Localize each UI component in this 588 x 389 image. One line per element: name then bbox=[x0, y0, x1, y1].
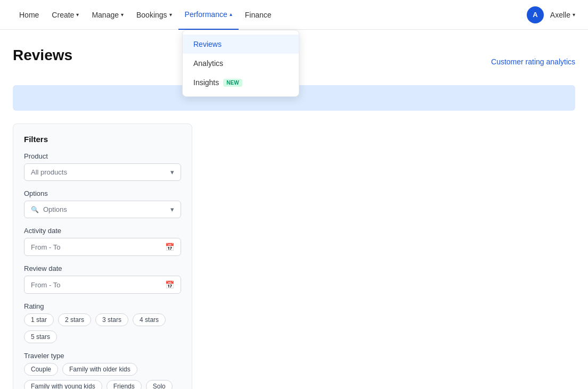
traveler-pills: CoupleFamily with older kidsFamily with … bbox=[24, 363, 181, 389]
rating-pill[interactable]: 1 star bbox=[24, 313, 54, 326]
filters-panel: Filters Product All products ▾ Options 🔍… bbox=[13, 123, 192, 389]
review-date-label: Review date bbox=[24, 264, 181, 272]
navbar: Home Create ▾ Manage ▾ Bookings ▾ Perfor… bbox=[0, 0, 588, 30]
activity-date-placeholder: From - To bbox=[31, 243, 60, 251]
user-avatar: A bbox=[527, 6, 544, 23]
user-name: Axelle bbox=[550, 11, 570, 19]
options-placeholder: Options bbox=[43, 205, 166, 213]
rating-pill[interactable]: 5 stars bbox=[24, 330, 57, 343]
nav-create-chevron-icon: ▾ bbox=[76, 12, 79, 18]
review-date-filter: Review date From - To 📅 bbox=[24, 264, 181, 294]
dropdown-reviews[interactable]: Reviews bbox=[183, 35, 299, 54]
activity-calendar-icon: 📅 bbox=[165, 243, 174, 251]
options-chevron-icon: ▾ bbox=[170, 205, 174, 213]
traveler-pill[interactable]: Family with older kids bbox=[62, 363, 137, 376]
nav-bookings-chevron-icon: ▾ bbox=[169, 12, 172, 18]
options-search[interactable]: 🔍 Options ▾ bbox=[24, 201, 181, 218]
user-menu[interactable]: A Axelle ▾ bbox=[527, 6, 575, 23]
page-title: Reviews bbox=[13, 47, 72, 64]
insights-new-badge: NEW bbox=[223, 79, 242, 87]
nav-bookings[interactable]: Bookings ▾ bbox=[130, 0, 178, 30]
product-chevron-icon: ▾ bbox=[170, 168, 174, 176]
performance-dropdown: Reviews Analytics Insights NEW bbox=[182, 30, 299, 97]
nav-create[interactable]: Create ▾ bbox=[45, 0, 85, 30]
review-calendar-icon: 📅 bbox=[165, 280, 174, 289]
traveler-pill[interactable]: Solo bbox=[146, 380, 173, 389]
nav-finance[interactable]: Finance bbox=[239, 0, 278, 30]
product-filter: Product All products ▾ bbox=[24, 152, 181, 181]
product-placeholder: All products bbox=[31, 168, 67, 176]
rating-label: Rating bbox=[24, 302, 181, 310]
review-date-placeholder: From - To bbox=[31, 281, 60, 289]
options-filter: Options 🔍 Options ▾ bbox=[24, 189, 181, 218]
traveler-type-filter: Traveler type CoupleFamily with older ki… bbox=[24, 352, 181, 389]
activity-date-input[interactable]: From - To 📅 bbox=[24, 238, 181, 256]
rating-pills: 1 star2 stars3 stars4 stars5 stars bbox=[24, 313, 181, 343]
dropdown-analytics[interactable]: Analytics bbox=[183, 54, 299, 73]
product-label: Product bbox=[24, 152, 181, 160]
rating-pill[interactable]: 2 stars bbox=[58, 313, 91, 326]
product-select[interactable]: All products ▾ bbox=[24, 163, 181, 181]
nav-performance-chevron-icon: ▴ bbox=[230, 11, 232, 17]
traveler-pill[interactable]: Couple bbox=[24, 363, 58, 376]
options-search-icon: 🔍 bbox=[31, 206, 39, 213]
nav-manage[interactable]: Manage ▾ bbox=[85, 0, 130, 30]
traveler-type-label: Traveler type bbox=[24, 352, 181, 360]
nav-manage-chevron-icon: ▾ bbox=[121, 12, 124, 18]
traveler-pill[interactable]: Family with young kids bbox=[24, 380, 102, 389]
rating-pill[interactable]: 4 stars bbox=[133, 313, 166, 326]
activity-date-filter: Activity date From - To 📅 bbox=[24, 227, 181, 256]
nav-home[interactable]: Home bbox=[13, 0, 45, 30]
rating-pill[interactable]: 3 stars bbox=[95, 313, 128, 326]
traveler-pill[interactable]: Friends bbox=[107, 380, 142, 389]
options-label: Options bbox=[24, 189, 181, 197]
user-menu-chevron-icon: ▾ bbox=[573, 12, 575, 18]
rating-filter: Rating 1 star2 stars3 stars4 stars5 star… bbox=[24, 302, 181, 343]
nav-performance[interactable]: Performance ▴ bbox=[178, 0, 239, 30]
dropdown-insights[interactable]: Insights NEW bbox=[183, 73, 299, 92]
filters-heading: Filters bbox=[24, 135, 181, 144]
activity-date-label: Activity date bbox=[24, 227, 181, 235]
customer-rating-link[interactable]: Customer rating analytics bbox=[491, 57, 575, 66]
review-date-input[interactable]: From - To 📅 bbox=[24, 276, 181, 294]
